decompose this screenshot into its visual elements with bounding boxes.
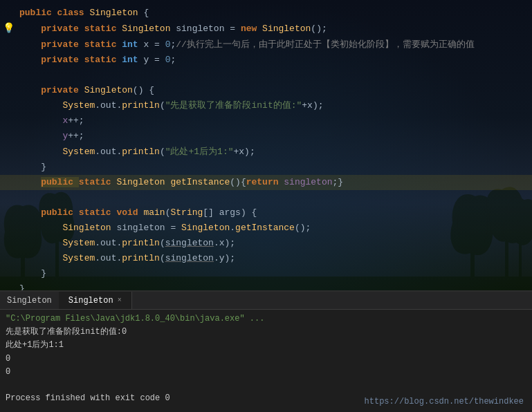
console-line: 先是获取了准备阶段init的值:0 [6,326,526,339]
token: . [95,100,100,111]
code-text [17,190,525,205]
token: Singleton [181,223,230,233]
token [19,85,41,95]
token: = [224,24,240,34]
run-tab[interactable]: Singleton × [59,292,132,309]
token [19,147,62,157]
token: private [41,24,84,34]
token: out [100,238,116,248]
token: +x); [234,147,255,157]
code-line: } [0,266,532,281]
code-text: y++; [17,129,525,144]
code-text: public static Singleton getInstance(){re… [17,175,525,190]
token: int [122,39,138,50]
panel-title-label: Singleton [0,292,59,309]
token: [] args) { [203,207,257,218]
token: y = [138,55,165,65]
token: 0 [165,55,171,65]
token: Singleton [122,24,176,34]
token: () { [133,85,154,95]
code-text: private static Singleton singleton = new… [17,21,525,37]
token: +x); [302,100,323,111]
run-tab-close[interactable]: × [118,297,122,304]
code-text: System.out.println(singleton.y); [17,251,525,266]
code-line: Singleton singleton = Singleton.getInsta… [0,221,532,236]
console-line: "C:\Program Files\Java\jdk1.8.0_40\bin\j… [6,312,526,326]
code-line: private static int y = 0; [0,53,532,68]
code-text: } [17,281,525,290]
token: singleton [165,253,214,263]
token: x = [138,39,165,50]
code-text: } [17,160,525,175]
token: //执行完上一句后，由于此时正处于【类初始化阶段】，需要赋为正确的值 [176,39,475,50]
code-text: private static int x = 0;//执行完上一句后，由于此时正… [17,37,525,53]
token: System [62,253,95,263]
token: Singleton [84,85,133,95]
token [19,24,41,34]
console-line [6,379,526,392]
token: String [170,207,203,218]
token: println [122,100,160,111]
code-text: } [17,266,525,281]
code-line: } [0,281,532,290]
code-line: x++; [0,113,532,129]
console-line: 0 [6,366,526,379]
token: Singleton [116,177,170,187]
token: out [100,100,116,111]
code-line: private static int x = 0;//执行完上一句后，由于此时正… [0,37,532,53]
token: { [143,8,149,18]
watermark: https://blog.csdn.net/thewindkee [365,397,524,406]
token: private [41,39,84,50]
run-tab-label: Singleton [68,296,113,306]
token [19,100,62,111]
code-text: public static void main(String[] args) { [17,205,525,221]
token: out [100,253,116,263]
token: "先是获取了准备阶段init的值:" [165,100,302,111]
code-line: } [0,160,532,175]
token: singleton [176,24,224,34]
token [19,223,62,233]
token: getInstance [170,177,230,187]
code-line [0,190,532,205]
code-line [0,68,532,83]
token: } [19,268,46,279]
token: Singleton [89,8,143,18]
token: println [122,238,160,248]
token: return [246,177,284,187]
console-line: 0 [6,353,526,366]
code-text: private static int y = 0; [17,53,525,68]
token: out [100,147,116,157]
code-text: System.out.println("先是获取了准备阶段init的值:"+x)… [17,98,525,113]
token: System [62,147,95,157]
console-line: 此处+1后为1:1 [6,339,526,352]
token: new [241,24,262,34]
panel-tabs-bar: Singleton Singleton × [0,292,532,310]
token: } [19,283,25,290]
token: ( [160,100,165,111]
token: getInstance [235,223,295,233]
token: private [41,55,84,65]
code-line: 💡 private static Singleton singleton = n… [0,21,532,37]
token: (); [311,24,327,34]
token: public [19,8,57,18]
code-line: public static Singleton getInstance(){re… [0,175,532,190]
code-lines: public class Singleton {💡 private static… [0,0,532,290]
token: . [95,147,100,157]
code-text: System.out.println(singleton.x); [17,236,525,251]
code-text: Singleton singleton = Singleton.getInsta… [17,221,525,236]
token: class [57,8,90,18]
token: ++; [68,115,84,126]
token: = [165,223,181,233]
token: (){ [230,177,246,187]
token: System [62,100,95,111]
token: .y); [214,253,235,263]
token: ++; [68,131,84,141]
code-line: private Singleton() { [0,83,532,98]
token: singleton [165,238,214,248]
bottom-panel: Singleton Singleton × "C:\Program Files\… [0,290,532,412]
token: public [41,207,79,218]
code-line: System.out.println(singleton.x); [0,236,532,251]
code-line: public static void main(String[] args) { [0,205,532,221]
token: singleton [116,223,165,233]
token [19,253,62,263]
